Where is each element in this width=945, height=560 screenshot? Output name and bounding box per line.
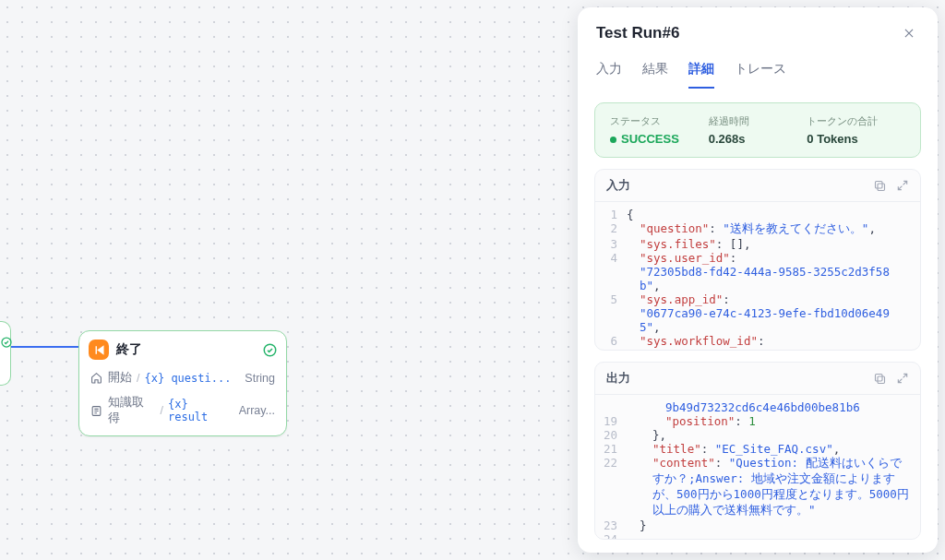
output-variable: result <box>168 398 234 423</box>
end-node-title: 終了 <box>116 341 256 358</box>
status-dot-icon <box>610 137 616 143</box>
close-button[interactable] <box>899 25 919 42</box>
tab-result[interactable]: 結果 <box>642 55 668 89</box>
input-json-viewer[interactable]: 1{2"question": "送料を教えてください。",3"sys.files… <box>595 202 920 351</box>
end-node[interactable]: 終了 開始/questi...String知識取得/resultArray... <box>78 330 287 436</box>
expand-button[interactable] <box>896 179 909 192</box>
output-type: String <box>245 372 275 385</box>
output-variable: questi... <box>144 372 231 385</box>
expand-button[interactable] <box>896 372 909 385</box>
input-card-title: 入力 <box>606 177 864 194</box>
svg-rect-3 <box>878 184 885 191</box>
copy-button[interactable] <box>873 179 887 193</box>
panel-tabs: 入力結果詳細トレース <box>596 55 919 89</box>
tokens-label: トークンの合計 <box>807 114 905 128</box>
output-json-card: 出力 9b49d73232cd6c4e46bd00be81b619"positi… <box>594 362 921 540</box>
node-output-row: 開始/questi...String <box>79 365 286 390</box>
svg-rect-4 <box>876 181 883 188</box>
status-label: ステータス <box>610 114 709 128</box>
home-icon <box>90 372 103 384</box>
tokens-value: 0 Tokens <box>807 132 905 146</box>
output-card-title: 出力 <box>606 370 864 387</box>
tab-input[interactable]: 入力 <box>596 55 622 89</box>
output-source: 開始 <box>108 370 132 386</box>
copy-button[interactable] <box>873 372 887 386</box>
output-type: Array... <box>239 404 275 417</box>
elapsed-value: 0.268s <box>709 132 807 146</box>
elapsed-label: 経過時間 <box>709 114 807 128</box>
tab-trace[interactable]: トレース <box>735 55 786 89</box>
check-icon <box>263 343 277 357</box>
output-source: 知識取得 <box>108 395 156 426</box>
previous-node-stub[interactable] <box>0 321 11 386</box>
svg-rect-6 <box>876 374 883 381</box>
status-value: SUCCESS <box>610 132 709 146</box>
svg-rect-5 <box>878 376 885 384</box>
output-json-viewer[interactable]: 9b49d73232cd6c4e46bd00be81b619"position"… <box>595 395 920 540</box>
node-output-row: 知識取得/resultArray... <box>79 390 286 435</box>
tab-detail[interactable]: 詳細 <box>688 55 714 89</box>
panel-title: Test Run#6 <box>596 24 899 42</box>
input-json-card: 入力 1{2"question": "送料を教えてください。",3"sys.fi… <box>594 169 921 351</box>
status-card: ステータス SUCCESS 経過時間 0.268s トークンの合計 0 Toke… <box>594 102 921 158</box>
end-node-icon <box>89 340 109 360</box>
node-connector <box>11 346 78 348</box>
test-run-panel: Test Run#6 入力結果詳細トレース ステータス SUCCESS 経過時間… <box>578 7 938 553</box>
doc-icon <box>90 405 103 417</box>
